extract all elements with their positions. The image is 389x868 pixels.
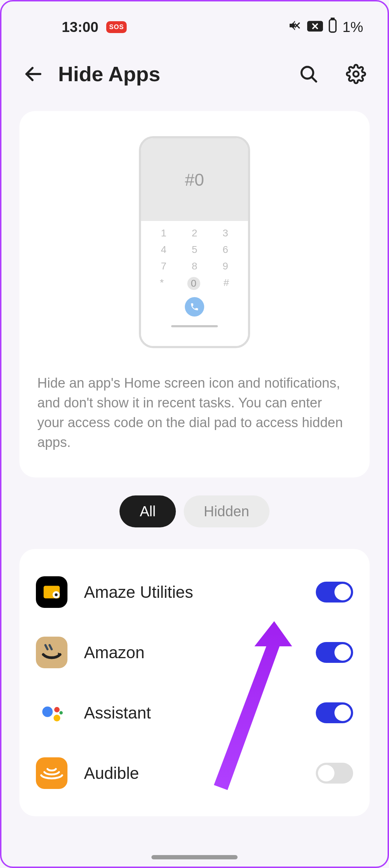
access-code-display: #0: [185, 170, 204, 190]
svg-line-5: [312, 77, 316, 81]
svg-rect-1: [329, 20, 336, 32]
app-icon-amazon: [36, 637, 67, 668]
battery-icon: [328, 18, 337, 37]
app-row-amazon: Amazon: [36, 622, 353, 683]
card-error-icon: [307, 19, 323, 35]
svg-point-12: [53, 715, 60, 722]
dialpad-illustration: 123 456 789 *0#: [141, 221, 248, 346]
battery-percent: 1%: [342, 19, 363, 35]
settings-button[interactable]: [346, 64, 366, 84]
title-bar: Hide Apps: [1, 40, 388, 97]
svg-point-10: [42, 707, 53, 717]
app-row-assistant: Assistant: [36, 683, 353, 743]
app-name-label: Assistant: [84, 703, 299, 722]
toggle-amazon[interactable]: [316, 642, 353, 663]
back-button[interactable]: [23, 64, 44, 84]
filter-tabs: All Hidden: [1, 495, 388, 527]
sos-badge: SOS: [106, 21, 127, 33]
dial-icon: [185, 297, 204, 317]
app-icon-assistant: [36, 697, 67, 729]
app-name-label: Amaze Utilities: [84, 582, 299, 602]
svg-point-11: [54, 707, 60, 712]
app-name-label: Amazon: [84, 643, 299, 662]
app-row-audible: Audible: [36, 743, 353, 803]
toggle-assistant[interactable]: [316, 702, 353, 723]
phone-illustration: #0 123 456 789 *0#: [139, 136, 250, 348]
svg-point-9: [55, 594, 58, 596]
tab-hidden[interactable]: Hidden: [184, 495, 270, 527]
svg-point-6: [353, 71, 359, 77]
svg-point-13: [60, 711, 63, 715]
hero-description: Hide an app's Home screen icon and notif…: [37, 373, 352, 452]
status-bar: 13:00 SOS 1%: [1, 1, 388, 40]
app-row-amaze-utilities: Amaze Utilities: [36, 562, 353, 622]
status-time: 13:00: [62, 19, 98, 35]
app-icon-amaze: [36, 576, 67, 608]
toggle-amaze-utilities[interactable]: [316, 582, 353, 602]
tab-all[interactable]: All: [119, 495, 175, 527]
app-name-label: Audible: [84, 763, 299, 783]
app-list: Amaze Utilities Amazon Assistant Audible: [19, 549, 370, 816]
mute-icon: [288, 18, 302, 36]
page-title: Hide Apps: [58, 62, 284, 86]
gesture-bar: [151, 855, 238, 859]
search-button[interactable]: [299, 64, 319, 84]
app-icon-audible: [36, 757, 67, 789]
svg-rect-2: [332, 18, 334, 20]
toggle-audible[interactable]: [316, 763, 353, 784]
hero-card: #0 123 456 789 *0# Hide an app's Home sc…: [19, 111, 370, 477]
